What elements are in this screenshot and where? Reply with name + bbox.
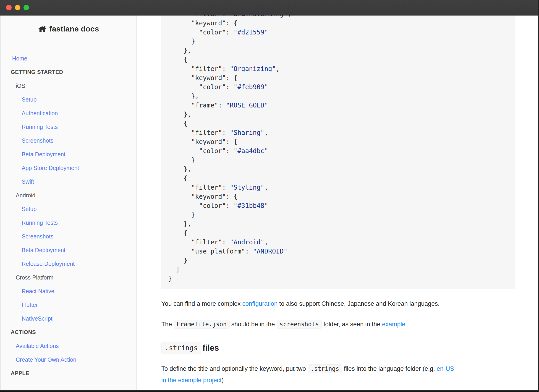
code-line: "filter": "Brainstorming", xyxy=(168,15,291,18)
code-line: }, xyxy=(168,111,191,118)
code-line: }, xyxy=(168,47,191,54)
code-line: } xyxy=(168,156,195,164)
minimize-button[interactable] xyxy=(15,5,20,10)
window-body: fastlane docs HomeGETTING STARTEDiOSSetu… xyxy=(0,15,539,390)
code-line: } xyxy=(168,257,187,264)
sidebar-item-nativescript[interactable]: NativeScript xyxy=(1,312,136,325)
inline-code: Framefile.json xyxy=(174,320,230,329)
inline-code: .strings xyxy=(308,364,342,373)
sidebar-item-flutter[interactable]: Flutter xyxy=(1,298,136,312)
site-title[interactable]: fastlane docs xyxy=(1,24,136,34)
code-line: { xyxy=(168,175,187,182)
home-icon xyxy=(38,25,46,32)
paragraph-strings-files: To define the title and optionally the k… xyxy=(161,363,515,386)
sidebar-item-getting-started: GETTING STARTED xyxy=(1,65,136,79)
framefile-json-code: "filter": "Brainstorming", "keyword": { … xyxy=(168,15,510,283)
code-line: { xyxy=(168,120,187,127)
sidebar-item-setup[interactable]: Setup xyxy=(1,202,136,216)
inline-code: .strings xyxy=(161,342,201,354)
sidebar-item-ios: iOS xyxy=(1,79,136,93)
sidebar-item-beta-deployment[interactable]: Beta Deployment xyxy=(1,243,136,257)
code-line: { xyxy=(168,229,187,237)
sidebar-item-cross-platform: Cross Platform xyxy=(1,271,136,284)
sidebar-item-apple: APPLE xyxy=(1,366,136,380)
sidebar-item-react-native[interactable]: React Native xyxy=(1,284,136,298)
sidebar-item-screenshots[interactable]: Screenshots xyxy=(1,229,136,243)
code-line: "color": "#d21559" xyxy=(168,29,268,36)
code-line: "keyword": { xyxy=(168,138,237,146)
code-line: "keyword": { xyxy=(168,193,237,200)
strings-files-heading: .strings files xyxy=(161,342,515,354)
code-line: "filter": "Styling", xyxy=(168,184,268,191)
code-block: "filter": "Brainstorming", "keyword": { … xyxy=(161,15,515,289)
en-us-link[interactable]: en-US xyxy=(437,365,454,372)
code-line: ] xyxy=(168,266,180,273)
code-line: } xyxy=(168,38,195,45)
paragraph-configuration: You can find a more complex configuratio… xyxy=(161,298,515,309)
site-title-label: fastlane docs xyxy=(49,24,99,33)
paragraph-framefile: The Framefile.json should be in the scre… xyxy=(161,319,515,330)
code-line: "color": "#aa4dbc" xyxy=(168,147,268,155)
close-button[interactable] xyxy=(6,5,12,10)
sidebar-item-running-tests[interactable]: Running Tests xyxy=(1,216,136,229)
titlebar xyxy=(0,0,539,15)
code-line: } xyxy=(168,275,172,282)
example-link[interactable]: example xyxy=(382,321,405,328)
sidebar-item-swift[interactable]: Swift xyxy=(1,175,136,188)
sidebar-item-beta-deployment[interactable]: Beta Deployment xyxy=(1,147,136,161)
sidebar-item-release-deployment[interactable]: Release Deployment xyxy=(1,257,136,271)
main-content: "filter": "Brainstorming", "keyword": { … xyxy=(137,15,539,390)
sidebar-item-authentication[interactable]: Authentication xyxy=(1,106,136,120)
inline-code: screenshots xyxy=(277,320,322,329)
sidebar-item-android: Android xyxy=(1,188,136,202)
code-line: "color": "#31bb48" xyxy=(168,202,268,210)
sidebar-item-setup[interactable]: Setup xyxy=(1,93,136,106)
code-line: "filter": "Organizing", xyxy=(168,65,280,72)
sidebar-item-screenshots[interactable]: Screenshots xyxy=(1,134,136,147)
sidebar-item-available-actions[interactable]: Available Actions xyxy=(1,339,136,353)
code-line: "frame": "ROSE_GOLD" xyxy=(168,101,268,109)
sidebar-nav: HomeGETTING STARTEDiOSSetupAuthenticatio… xyxy=(1,52,136,380)
sidebar-item-app-store-deployment[interactable]: App Store Deployment xyxy=(1,161,136,175)
code-line: }, xyxy=(168,165,191,173)
code-line: }, xyxy=(168,220,191,228)
sidebar-item-home[interactable]: Home xyxy=(1,52,136,65)
sidebar-item-actions: ACTIONS xyxy=(1,325,136,339)
code-line: "filter": "Sharing", xyxy=(168,129,268,136)
configuration-link[interactable]: configuration xyxy=(242,300,278,307)
sidebar-item-running-tests[interactable]: Running Tests xyxy=(1,120,136,134)
example-project-link[interactable]: in the example project xyxy=(161,377,221,383)
code-line: "keyword": { xyxy=(168,19,237,27)
code-line: "filter": "Android", xyxy=(168,239,268,246)
code-line: "keyword": { xyxy=(168,74,237,82)
heading-text: files xyxy=(203,343,219,353)
window-bottom-edge xyxy=(0,390,539,392)
code-line: "color": "#feb909" xyxy=(168,83,268,91)
zoom-button[interactable] xyxy=(24,5,29,10)
sidebar: fastlane docs HomeGETTING STARTEDiOSSetu… xyxy=(0,15,137,390)
code-line: "use_platform": "ANDROID" xyxy=(168,248,288,255)
code-line: }, xyxy=(168,92,199,100)
code-line: { xyxy=(168,56,187,63)
code-line: } xyxy=(168,211,195,219)
sidebar-item-create-your-own-action[interactable]: Create Your Own Action xyxy=(1,353,136,366)
